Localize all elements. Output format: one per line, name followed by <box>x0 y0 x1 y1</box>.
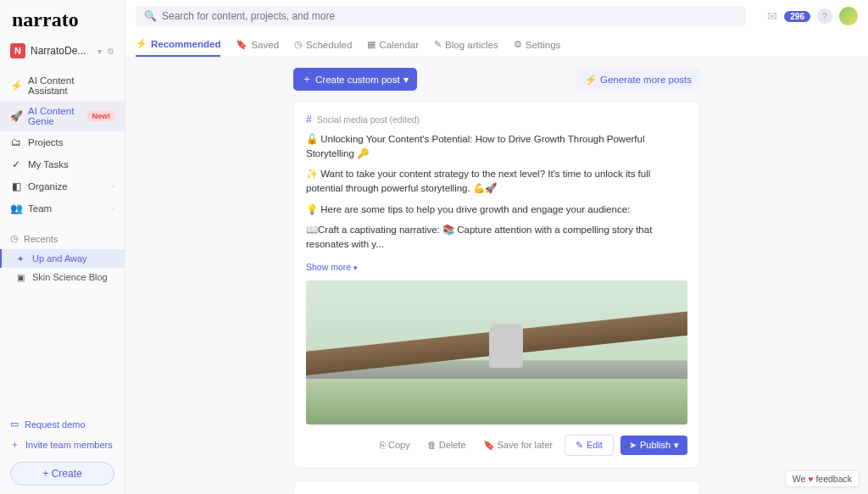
create-custom-post-button[interactable]: ＋ Create custom post ▾ <box>293 68 417 91</box>
app-logo: narrato <box>0 0 125 38</box>
top-right-controls: ✉ 296 ? <box>767 7 858 25</box>
check-icon: ✓ <box>10 158 22 170</box>
edit-button[interactable]: ✎ Edit <box>565 435 614 456</box>
save-later-button[interactable]: 🔖 Save for later <box>478 436 558 454</box>
grid-icon: ◧ <box>10 180 22 192</box>
doc-icon: ▣ <box>17 273 27 282</box>
nav-projects[interactable]: 🗂 Projects <box>0 131 125 153</box>
bolt-icon: ⚡ <box>585 74 597 86</box>
decorative-shape <box>489 324 523 368</box>
nav-team[interactable]: 👥 Team › <box>0 197 125 219</box>
hash-icon: # <box>306 114 312 125</box>
create-button[interactable]: + Create <box>10 462 114 486</box>
tab-saved[interactable]: 🔖 Saved <box>236 32 279 57</box>
bolt-icon: ⚡ <box>10 80 22 92</box>
rocket-icon: 🚀 <box>10 110 22 122</box>
tab-recommended[interactable]: ⚡ Recommended <box>136 32 220 57</box>
recents-header: ◷ Recents <box>0 228 125 249</box>
post-line: 📖Craft a captivating narrative: 📚 Captur… <box>306 223 687 251</box>
card-header: # Social media post (edited) <box>306 114 687 125</box>
tab-scheduled[interactable]: ◷ Scheduled <box>294 32 352 57</box>
workspace-badge: N <box>10 43 25 58</box>
copy-icon: ⎘ <box>380 440 386 450</box>
button-label: Create custom post <box>315 75 400 85</box>
tab-calendar[interactable]: ▦ Calendar <box>367 32 419 57</box>
publish-button[interactable]: ➤ Publish ▾ <box>620 436 687 455</box>
request-demo-link[interactable]: ▭ Request demo <box>0 414 125 434</box>
workspace-name: NarratoDe... <box>31 45 92 57</box>
clock-icon: ◷ <box>10 233 19 244</box>
workspace-selector[interactable]: N NarratoDe... ▾ ⚙ <box>0 38 125 64</box>
top-bar: 🔍 ✉ 296 ? <box>125 0 868 32</box>
link-label: Request demo <box>25 419 86 430</box>
tab-blog[interactable]: ✎ Blog articles <box>434 32 498 57</box>
card-type-label: Social media post (edited) <box>317 114 420 125</box>
generate-more-posts-button[interactable]: ⚡ Generate more posts <box>576 68 700 91</box>
tab-label: Calendar <box>379 40 419 50</box>
copy-button[interactable]: ⎘ Copy <box>375 436 415 453</box>
post-image <box>306 280 687 425</box>
action-row: ＋ Create custom post ▾ ⚡ Generate more p… <box>293 68 700 91</box>
main-nav: ⚡ AI Content Assistant 🚀 AI Content Geni… <box>0 70 125 219</box>
nav-label: My Tasks <box>28 159 69 169</box>
pencil-icon: ✎ <box>576 440 583 451</box>
tab-label: Settings <box>526 40 561 50</box>
social-post-card: # Social media post (edited) 🔓 Unlocking… <box>293 101 700 469</box>
tab-settings[interactable]: ⚙ Settings <box>514 32 561 57</box>
nav-ai-assistant[interactable]: ⚡ AI Content Assistant <box>0 70 125 101</box>
nav-my-tasks[interactable]: ✓ My Tasks <box>0 153 125 175</box>
recent-item[interactable]: ▣ Skin Science Blog <box>0 268 125 286</box>
search-input[interactable] <box>162 10 737 22</box>
new-badge: New! <box>87 111 114 121</box>
user-avatar[interactable] <box>839 7 858 25</box>
gear-icon: ⚙ <box>514 39 522 50</box>
mail-icon[interactable]: ✉ <box>767 9 777 23</box>
nav-label: Team <box>28 203 52 214</box>
post-line: 🔓 Unlocking Your Content's Potential: Ho… <box>306 132 687 160</box>
user-plus-icon: ＋ <box>10 438 19 451</box>
team-icon: 👥 <box>10 203 22 214</box>
search-box[interactable]: 🔍 <box>136 6 746 26</box>
chevron-right-icon: › <box>112 182 114 191</box>
tab-label: Scheduled <box>306 40 352 50</box>
content-tabs: ⚡ Recommended 🔖 Saved ◷ Scheduled ▦ Cale… <box>125 32 868 58</box>
main-content: ＋ Create custom post ▾ ⚡ Generate more p… <box>125 58 868 494</box>
plus-icon: ＋ <box>302 73 312 86</box>
recents-label: Recents <box>24 234 58 244</box>
chevron-down-icon: ▾ <box>674 440 679 451</box>
feedback-widget[interactable]: We ♥ feedback <box>785 470 860 487</box>
post-line: 💡 Here are some tips to help you drive g… <box>306 203 687 217</box>
notification-count[interactable]: 296 <box>784 11 810 22</box>
gear-icon[interactable]: ⚙ <box>107 47 114 56</box>
link-label: Invite team members <box>25 440 113 450</box>
document-icon: ✎ <box>434 39 442 50</box>
bookmark-icon: 🔖 <box>236 39 248 50</box>
blog-article-card: b Blog article AI Content Creation Tools… <box>293 480 700 494</box>
clock-icon: ◷ <box>294 39 303 50</box>
show-more-link[interactable]: Show more ▾ <box>306 262 358 272</box>
sidebar-footer: ▭ Request demo ＋ Invite team members + C… <box>0 414 125 494</box>
bolt-icon: ⚡ <box>136 38 147 49</box>
nav-organize[interactable]: ◧ Organize › <box>0 175 125 197</box>
bookmark-icon: 🔖 <box>483 440 495 451</box>
nav-label: Organize <box>28 181 68 191</box>
recent-item[interactable]: ✦ Up and Away <box>0 249 125 268</box>
star-icon: ✦ <box>17 254 27 264</box>
invite-team-link[interactable]: ＋ Invite team members <box>0 434 125 455</box>
recent-label: Up and Away <box>32 253 87 264</box>
post-line: ✨ Want to take your content strategy to … <box>306 167 687 195</box>
recent-label: Skin Science Blog <box>32 272 108 282</box>
delete-button[interactable]: 🗑 Delete <box>422 436 471 453</box>
send-icon: ➤ <box>629 440 637 451</box>
tab-label: Saved <box>251 40 279 50</box>
nav-ai-genie[interactable]: 🚀 AI Content Genie New! <box>0 101 125 131</box>
briefcase-icon: 🗂 <box>10 136 22 148</box>
tab-label: Recommended <box>151 39 220 49</box>
help-icon[interactable]: ? <box>817 8 832 24</box>
trash-icon: 🗑 <box>427 440 437 450</box>
chevron-down-icon[interactable]: ▾ <box>97 47 102 56</box>
chevron-down-icon: ▾ <box>403 74 409 86</box>
calendar-icon: ▦ <box>367 39 376 50</box>
card-footer: ⎘ Copy 🗑 Delete 🔖 Save for later ✎ Edit … <box>306 435 687 456</box>
sidebar: narrato N NarratoDe... ▾ ⚙ ⚡ AI Content … <box>0 0 125 494</box>
